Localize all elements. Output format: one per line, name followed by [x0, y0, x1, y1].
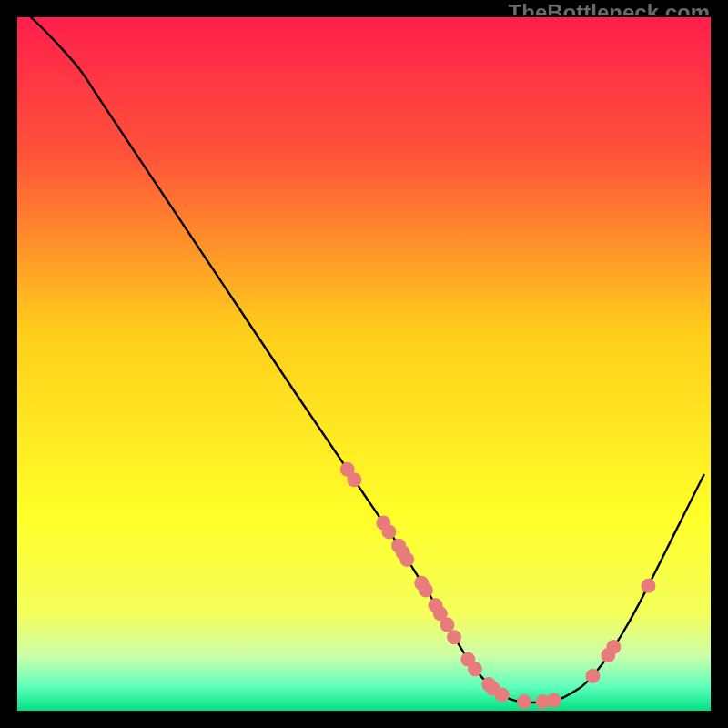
marker-dot	[468, 662, 482, 676]
marker-dot	[347, 472, 361, 487]
marker-dot	[641, 579, 655, 593]
marker-dot	[547, 693, 561, 708]
marker-dot	[517, 694, 531, 709]
marker-dot	[440, 618, 454, 632]
marker-dot	[585, 669, 600, 683]
marker-dot	[447, 630, 461, 644]
marker-dot	[495, 687, 510, 702]
marker-dot	[399, 552, 414, 567]
marker-dot	[419, 582, 433, 597]
chart-svg	[17, 17, 711, 711]
chart-area	[17, 17, 711, 711]
gradient-bg	[17, 17, 711, 711]
marker-dot	[606, 640, 621, 654]
marker-dot	[381, 524, 396, 539]
chart-stage: TheBottleneck.com	[0, 0, 728, 728]
